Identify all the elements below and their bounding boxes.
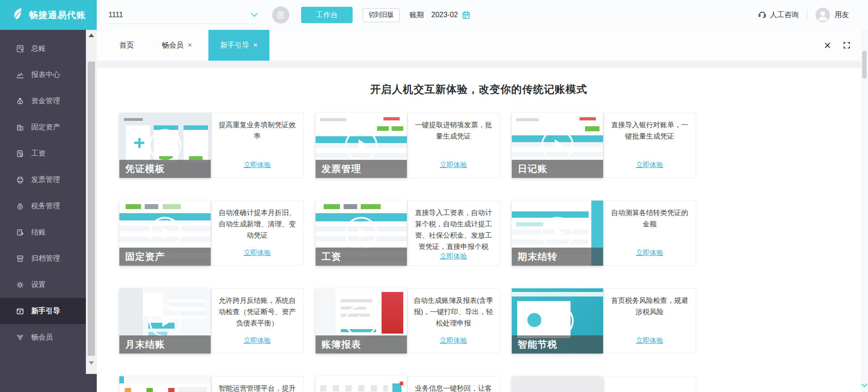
tab-home[interactable]: 首页 xyxy=(108,30,146,61)
thumbnail-preview xyxy=(316,376,407,392)
sidebar-item-report-center[interactable]: 报表中心 xyxy=(0,62,86,88)
fullscreen-icon[interactable] xyxy=(843,41,851,49)
video-title: 日记账 xyxy=(512,160,603,178)
app-logo[interactable]: 畅捷通易代账 xyxy=(0,0,97,30)
video-thumbnail[interactable]: 智能节税 xyxy=(512,288,603,354)
try-now-link[interactable]: 立即体验 xyxy=(440,336,467,345)
tabbar-tools: × xyxy=(817,30,858,61)
video-thumbnail[interactable]: 月末结账 xyxy=(119,288,211,354)
play-button-icon[interactable] xyxy=(149,129,181,162)
sidebar-item-payroll[interactable]: 工资 xyxy=(0,140,86,167)
sidebar-item-label: 发票管理 xyxy=(31,175,60,185)
try-now-link[interactable]: 立即体验 xyxy=(440,161,467,169)
sidebar-item-beginner-guide[interactable]: 新手引导 xyxy=(0,298,86,324)
feature-card-month-end-closing: 月末结账 允许跨月反结账，系统自动检查（凭证断号、资产负债表平衡） 立即体验 xyxy=(119,288,304,354)
calendar-icon[interactable] xyxy=(462,10,471,19)
feature-card-period-end-carryover: 期末结转 自动测算各结转类凭证的金额 立即体验 xyxy=(512,201,696,266)
try-now-link[interactable]: 立即体验 xyxy=(244,161,271,169)
tab-close-icon[interactable]: × xyxy=(253,41,258,50)
card-description-box: 直接导入工资表，自动计算个税，自动生成计提工资、社保公积金、发放工资凭证，直接申… xyxy=(407,201,500,266)
sidebar-item-member[interactable]: 畅会员 xyxy=(0,324,86,350)
sidebar-item-fixed-assets[interactable]: 固定资产 xyxy=(0,114,86,140)
card-description-box: 首页税务风险检查，规避涉税风险 立即体验 xyxy=(603,288,696,354)
video-thumbnail[interactable]: 日记账 xyxy=(512,113,603,178)
sidebar-item-funds-management[interactable]: 资金管理 xyxy=(0,88,86,114)
feature-card-operations-partial: 智能运营管理平台，提升 xyxy=(119,376,304,392)
card-description: 直接导入银行对账单，一键批量生成凭证 xyxy=(609,119,691,142)
play-button-icon[interactable] xyxy=(149,305,181,337)
account-selector[interactable]: 1111 xyxy=(108,6,258,24)
switch-old-version-button[interactable]: 切到旧版 xyxy=(363,8,400,22)
video-thumbnail[interactable]: 工资 xyxy=(316,201,407,266)
sidebar-item-label: 畅会员 xyxy=(31,333,53,342)
card-description-box: 一键提取进销项发票，批量生成凭证 立即体验 xyxy=(407,113,500,178)
feature-card-loading-partial xyxy=(512,376,696,392)
play-button-icon[interactable] xyxy=(345,305,377,337)
tab-close-icon[interactable]: × xyxy=(188,41,192,50)
try-now-link[interactable]: 立即体验 xyxy=(636,249,663,257)
sidebar-scrollbar-thumb[interactable] xyxy=(88,62,95,356)
sidebar-item-label: 资金管理 xyxy=(31,96,60,106)
page-scrollbar[interactable] xyxy=(861,30,868,392)
scroll-down-arrow-icon[interactable] xyxy=(89,361,94,365)
feature-card-invoice-management: 发票管理 一键提取进销项发票，批量生成凭证 立即体验 xyxy=(316,113,500,178)
sidebar-item-general-ledger[interactable]: 总账 xyxy=(0,35,86,62)
try-now-link[interactable]: 立即体验 xyxy=(636,161,663,169)
user-name[interactable]: 用友 xyxy=(835,10,849,20)
sidebar-item-closing[interactable]: 结账 xyxy=(0,219,86,245)
video-thumbnail[interactable]: 发票管理 xyxy=(316,113,407,178)
try-now-link[interactable]: 立即体验 xyxy=(244,336,271,345)
card-description: 允许跨月反结账，系统自动检查（凭证断号、资产负债表平衡） xyxy=(216,295,298,329)
video-thumbnail[interactable] xyxy=(512,376,603,392)
scroll-up-arrow-icon[interactable] xyxy=(89,33,94,37)
sidebar-item-label: 设置 xyxy=(31,280,46,290)
scroll-more-chevron-icon[interactable] xyxy=(861,381,868,389)
main-content: 首页畅会员×新手引导× × 开启人机交互新体验，改变你的传统记账模式 凭证模板 … xyxy=(97,30,861,392)
play-button-icon[interactable] xyxy=(541,217,574,249)
page-scrollbar-thumb[interactable] xyxy=(862,51,867,79)
human-support-button[interactable]: 人工咨询 xyxy=(758,10,799,20)
sidebar-item-tax-management[interactable]: 税务管理 xyxy=(0,193,86,219)
member-icon xyxy=(15,333,24,342)
card-description-box: 允许跨月反结账，系统自动检查（凭证断号、资产负债表平衡） 立即体验 xyxy=(211,288,304,354)
video-thumbnail[interactable] xyxy=(119,376,211,392)
top-header: 畅捷通易代账 1111 工作台 切到旧版 账期 2023-02 人工咨询 xyxy=(0,0,868,30)
video-thumbnail[interactable]: 凭证模板 xyxy=(119,113,211,178)
card-description: 自动测算各结转类凭证的金额 xyxy=(609,207,691,229)
sidebar-nav: 总账报表中心资金管理固定资产工资发票管理税务管理结账归档管理设置新手引导畅会员 xyxy=(0,30,86,350)
try-now-link[interactable]: 立即体验 xyxy=(440,252,467,261)
video-title: 期末结转 xyxy=(512,248,603,266)
sidebar-item-invoice-management[interactable]: 发票管理 xyxy=(0,167,86,193)
sidebar-item-label: 归档管理 xyxy=(31,254,60,263)
tab-member[interactable]: 畅会员× xyxy=(150,30,204,61)
card-description: 自动生成账簿及报表(含季报)，一键打印、导出，轻松处理申报 xyxy=(412,295,495,329)
guide-icon xyxy=(15,307,24,316)
try-now-link[interactable]: 立即体验 xyxy=(244,249,271,257)
card-description-box: 自动测算各结转类凭证的金额 立即体验 xyxy=(603,201,696,266)
workbench-list-icon[interactable] xyxy=(272,6,289,24)
sidebar-item-archive-management[interactable]: 归档管理 xyxy=(0,245,86,272)
card-description-box: 提高重复业务填制凭证效率 立即体验 xyxy=(211,113,304,178)
play-button-icon[interactable] xyxy=(345,217,377,249)
tab-beginner-guide[interactable]: 新手引导× xyxy=(208,30,269,61)
sidebar-scrollbar[interactable] xyxy=(86,30,97,374)
video-thumbnail[interactable]: 固定资产 xyxy=(119,201,211,266)
close-tab-icon[interactable]: × xyxy=(824,39,831,51)
video-thumbnail[interactable]: 期末结转 xyxy=(512,201,603,266)
user-avatar[interactable] xyxy=(816,8,830,22)
workbench-button[interactable]: 工作台 xyxy=(301,7,353,23)
video-title: 固定资产 xyxy=(119,248,211,266)
card-description: 业务信息一键秒回，让客 xyxy=(415,382,492,392)
play-button-icon[interactable] xyxy=(541,305,574,337)
play-button-icon[interactable] xyxy=(541,129,574,162)
tab-label: 新手引导 xyxy=(220,41,249,50)
try-now-link[interactable]: 立即体验 xyxy=(636,336,663,345)
play-button-icon[interactable] xyxy=(345,129,377,162)
period-value[interactable]: 2023-02 xyxy=(431,11,458,19)
sidebar-item-settings[interactable]: 设置 xyxy=(0,272,86,298)
ledger-icon xyxy=(15,44,24,53)
video-thumbnail[interactable]: 账簿报表 xyxy=(316,288,407,354)
play-button-icon[interactable] xyxy=(149,217,181,249)
video-thumbnail[interactable] xyxy=(316,376,407,392)
tab-label: 畅会员 xyxy=(162,41,184,50)
